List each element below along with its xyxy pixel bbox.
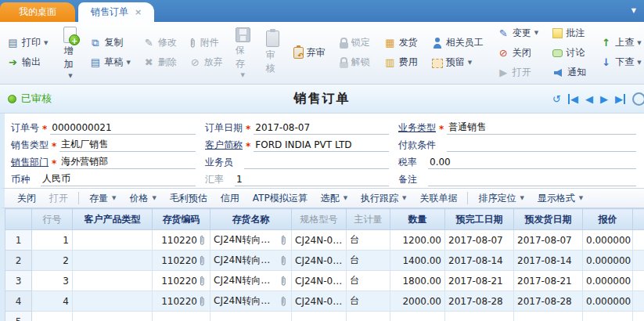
line-no-cell[interactable]: 2 <box>32 251 73 271</box>
spec-cell[interactable]: CJ24N-0… <box>292 291 347 312</box>
reserve-caret-icon[interactable]: ▼ <box>468 60 472 66</box>
ship-date-cell[interactable]: 2017-08-28 <box>514 291 583 312</box>
refresh-icon[interactable]: ↺ <box>552 94 561 104</box>
qty-cell[interactable]: 1800.00 <box>390 271 445 291</box>
line-no-cell[interactable] <box>32 312 73 321</box>
tab-sales-order[interactable]: 销售订单 × <box>78 2 154 22</box>
row-index-cell[interactable]: 2 <box>5 251 32 271</box>
attachment-icon[interactable] <box>199 255 207 266</box>
quote-cell[interactable]: 0.000000 <box>583 251 633 271</box>
order-no-value[interactable]: 0000000021 <box>50 122 196 135</box>
nav-next-icon[interactable]: ▶ <box>600 94 608 104</box>
sort-locate-button[interactable]: 排序定位▼ <box>472 189 530 207</box>
tax-rate-value[interactable]: 0.00 <box>428 157 636 169</box>
cust-type-cell[interactable] <box>73 230 153 251</box>
remark-value[interactable] <box>428 174 636 186</box>
change-caret-icon[interactable]: ▼ <box>534 30 538 36</box>
qty-cell[interactable]: 2000.00 <box>390 291 445 312</box>
header-inv-code[interactable]: 存货编码 <box>153 209 210 230</box>
row-index-cell[interactable]: 3 <box>5 271 32 291</box>
related-docs-button[interactable]: 关联单据 <box>413 189 463 207</box>
inv-name-cell[interactable]: CJ24N转向… <box>210 271 292 291</box>
tab-my-desktop[interactable]: 我的桌面 <box>0 2 75 22</box>
attachment-icon[interactable] <box>280 235 288 246</box>
nav-first-icon[interactable]: ◀ <box>568 94 578 104</box>
header-row-index[interactable] <box>5 209 32 230</box>
annotate-button[interactable]: 批注 <box>550 24 588 42</box>
draft-button[interactable]: ▤ 草稿▼ <box>87 53 132 71</box>
inv-code-cell[interactable]: 110220 <box>153 271 210 291</box>
ship-date-cell[interactable]: 2017-08-07 <box>514 230 583 251</box>
spec-cell[interactable]: CJ24N-0… <box>292 271 347 291</box>
inv-code-cell[interactable] <box>153 312 210 321</box>
partial-circle-icon[interactable] <box>632 92 644 106</box>
sort-caret-icon[interactable]: ▼ <box>520 195 523 201</box>
change-button[interactable]: ✎ 变更▼ <box>495 24 541 42</box>
ship-date-cell[interactable] <box>514 312 583 321</box>
payment-terms-value[interactable] <box>447 139 636 152</box>
track-caret-icon[interactable]: ▼ <box>402 195 406 201</box>
spec-cell[interactable]: CJ24N-0… <box>292 251 347 271</box>
inv-name-cell[interactable]: CJ24N转向… <box>210 291 292 312</box>
atp-simulate-button[interactable]: ATP模拟运算 <box>246 189 314 207</box>
finish-date-cell[interactable]: 2017-08-21 <box>445 271 514 291</box>
ship-date-cell[interactable]: 2017-08-21 <box>514 271 583 291</box>
print-caret-icon[interactable]: ▼ <box>44 40 48 46</box>
print-button[interactable]: ▤ 打印▼ <box>5 34 50 52</box>
unit-cell[interactable]: 台 <box>347 291 390 312</box>
exec-track-button[interactable]: 执行跟踪▼ <box>354 189 412 207</box>
option-select-button[interactable]: 选配▼ <box>315 189 354 207</box>
header-quote[interactable]: 报价 <box>583 209 633 230</box>
tax-price-cell[interactable]: 0 <box>633 251 644 271</box>
header-spec-model[interactable]: 规格型号 <box>292 209 347 230</box>
attachment-icon[interactable] <box>199 296 207 307</box>
tax-price-cell[interactable]: 0 <box>633 291 644 312</box>
header-inv-name[interactable]: 存货名称 <box>210 209 292 230</box>
credit-button[interactable]: 信用 <box>214 189 246 207</box>
tax-price-cell[interactable]: 0 <box>633 271 644 291</box>
ship-button[interactable]: ▦ 发货 <box>382 34 420 52</box>
finish-date-cell[interactable]: 2017-08-14 <box>445 251 514 271</box>
finish-date-cell[interactable]: 2017-08-28 <box>445 291 514 312</box>
down-query-caret-icon[interactable]: ▼ <box>637 60 641 66</box>
nav-prev-icon[interactable]: ◀ <box>585 94 593 104</box>
attachment-icon[interactable] <box>199 235 207 246</box>
up-query-caret-icon[interactable]: ▼ <box>637 40 641 46</box>
unit-cell[interactable]: 台 <box>347 230 390 251</box>
attachment-icon[interactable] <box>280 296 288 307</box>
inv-code-cell[interactable]: 110220 <box>153 251 210 271</box>
quote-cell[interactable]: 0.000000 <box>583 271 633 291</box>
price-button[interactable]: 价格▼ <box>123 189 162 207</box>
header-expect-finish-date[interactable]: 预完工日期 <box>445 209 514 230</box>
qty-cell[interactable] <box>390 312 445 321</box>
up-query-button[interactable]: ↑ 上查▼ <box>598 34 643 52</box>
line-no-cell[interactable]: 3 <box>32 271 73 291</box>
inv-code-cell[interactable]: 110220 <box>153 291 210 312</box>
inv-name-cell[interactable] <box>210 312 292 321</box>
header-expect-ship-date[interactable]: 预发货日期 <box>514 209 583 230</box>
option-caret-icon[interactable]: ▼ <box>344 195 347 201</box>
tax-price-cell[interactable] <box>633 312 644 321</box>
inv-name-cell[interactable]: CJ24N转向… <box>210 230 292 251</box>
detail-close-button[interactable]: 关闭 <box>11 189 42 207</box>
display-format-button[interactable]: 显示格式▼ <box>531 189 589 207</box>
stock-caret-icon[interactable]: ▼ <box>112 195 116 201</box>
spec-cell[interactable] <box>292 312 347 321</box>
draft-caret-icon[interactable]: ▼ <box>126 60 130 66</box>
format-caret-icon[interactable]: ▼ <box>579 195 583 201</box>
order-date-value[interactable]: 2017-08-07 <box>254 122 389 135</box>
header-line-no[interactable]: 行号 <box>32 209 73 230</box>
nav-last-icon[interactable]: ▶ <box>615 94 625 104</box>
attachment-icon[interactable] <box>280 255 288 266</box>
header-tax-price[interactable]: 含 <box>633 209 644 230</box>
close-doc-button[interactable]: ⊘ 关闭 <box>495 44 541 62</box>
row-index-cell[interactable]: 1 <box>5 230 32 251</box>
ship-date-cell[interactable]: 2017-08-14 <box>514 251 583 271</box>
gross-profit-button[interactable]: 毛利预估 <box>164 189 214 207</box>
qty-cell[interactable]: 1200.00 <box>390 230 445 251</box>
unit-cell[interactable] <box>347 312 390 321</box>
tab-close-icon[interactable]: × <box>135 7 142 17</box>
add-button[interactable]: 增加▼ <box>58 23 82 81</box>
tabbar-caret-icon[interactable]: ▼ <box>631 7 636 14</box>
row-index-cell[interactable]: 5 <box>5 312 32 321</box>
